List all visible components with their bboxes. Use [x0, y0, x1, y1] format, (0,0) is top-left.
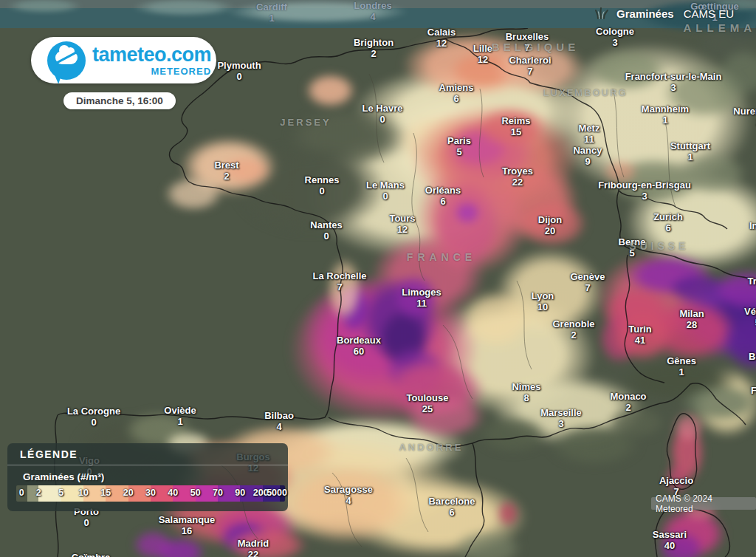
- city-label-turin: Turin41: [628, 324, 652, 346]
- city-label-grenoble: Grenoble2: [552, 318, 594, 341]
- city-label-zurich: Zurich6: [653, 211, 683, 233]
- city-label-brest: Brest2: [214, 160, 238, 182]
- city-label-nuremberg: Nuremberg2: [733, 106, 756, 128]
- legend-tick-0: 0: [19, 488, 24, 498]
- legend-tick-50: 50: [190, 488, 201, 498]
- region-label-andorre: ANDORRE: [399, 442, 464, 453]
- city-label-nantes: Nantes0: [310, 219, 342, 242]
- city-label-madrid: Madrid22: [238, 538, 269, 557]
- layer-label: Graminées: [616, 7, 674, 20]
- city-label-monaco: Monaco2: [610, 391, 646, 413]
- city-label-la-rochelle: La Rochelle7: [313, 270, 367, 293]
- city-label-nancy: Nancy9: [573, 145, 602, 167]
- legend-tick-40: 40: [168, 488, 178, 498]
- city-label-reims: Reims15: [501, 115, 530, 137]
- city-label-tours: Tours12: [389, 213, 415, 235]
- city-label-g-nes: Gênes1: [667, 355, 696, 377]
- legend-tick-30: 30: [145, 488, 156, 498]
- city-label-orl-ans: Orléans6: [425, 185, 461, 207]
- city-label-milan: Milan28: [679, 308, 704, 330]
- city-label-trente: Trente: [747, 276, 756, 287]
- source-label: CAMS EU: [684, 7, 734, 20]
- city-label-bologne: Bologne: [749, 351, 756, 362]
- city-label-la-corogne: La Corogne0: [67, 406, 120, 428]
- legend-tick-5000: 5000: [267, 488, 287, 498]
- legend-tick-15: 15: [100, 488, 111, 498]
- region-label-suisse: SUISSE: [629, 240, 689, 252]
- grass-icon: [594, 7, 611, 20]
- city-label-amiens: Amiens6: [439, 82, 474, 104]
- tameteo-logo-badge: tameteo.com METEORED: [31, 37, 216, 83]
- city-label-limoges: Limoges11: [402, 287, 441, 309]
- city-label-metz: Metz11: [579, 123, 600, 145]
- legend-color-scale: 02510152030405070902005000: [16, 485, 285, 502]
- city-label-florence: Florence: [751, 385, 756, 396]
- city-label-cologne: Cologne3: [596, 26, 634, 48]
- legend-tick-70: 70: [213, 488, 223, 498]
- pollen-blob: [493, 496, 523, 531]
- city-label-marseille: Marseille3: [540, 407, 582, 429]
- city-label-paris: Paris5: [447, 135, 471, 157]
- region-label-jersey: JERSEY: [280, 117, 331, 128]
- city-label-toulouse: Toulouse25: [407, 392, 449, 414]
- attribution-badge: CAMS © 2024 Meteored: [651, 497, 756, 510]
- pollen-map-canvas[interactable]: Cardiff1Londres4Gœttingue1Calais12Bruxel…: [0, 0, 756, 557]
- forecast-timestamp-badge: Dimanche 5, 16:00: [63, 92, 176, 109]
- city-label-dijon: Dijon20: [538, 214, 563, 236]
- legend-title: LÉGENDE: [20, 448, 78, 460]
- city-label-lille: Lille12: [473, 43, 492, 65]
- map-layer-header: Graminées CAMS EU: [594, 7, 734, 20]
- city-label-gen-ve: Genève7: [571, 271, 605, 293]
- region-label-belgique: BELGIQUE: [492, 41, 579, 53]
- city-label-brighton: Brighton2: [354, 37, 394, 59]
- pollen-blob: [448, 278, 544, 360]
- city-label-stuttgart: Stuttgart1: [670, 140, 710, 163]
- forecast-timestamp: Dimanche 5, 16:00: [76, 95, 163, 106]
- logo-subtext: METEORED: [92, 66, 211, 76]
- city-label-bordeaux: Bordeaux60: [337, 335, 381, 357]
- city-label-salamanque: Salamanque16: [159, 514, 216, 536]
- pollen-blob: [668, 407, 709, 448]
- city-label-le-havre: Le Havre0: [362, 103, 403, 125]
- region-label-allemagne: ALLEMAGNE: [684, 21, 756, 34]
- pollen-blob: [295, 66, 365, 115]
- city-label-troyes: Troyes22: [502, 165, 533, 188]
- city-label-rennes: Rennes0: [305, 174, 340, 197]
- city-label-co-mbra: Coïmbra: [72, 552, 111, 557]
- city-label-innsbruck: Innsbruck: [749, 220, 756, 231]
- city-label-n-mes: Nîmes8: [512, 381, 540, 403]
- city-label-saragosse: Saragosse4: [324, 484, 373, 506]
- legend-panel: LÉGENDE Graminées (#/m³) 025101520304050…: [7, 443, 288, 511]
- city-label-mannheim: Mannheim1: [642, 103, 689, 126]
- attribution-text: CAMS © 2024 Meteored: [656, 493, 752, 514]
- city-label-calais: Calais12: [427, 27, 456, 49]
- city-label-charleroi: Charleroi7: [509, 55, 551, 77]
- city-label-ovi-de: Oviède1: [164, 405, 196, 427]
- city-label-v-rone: Vérone57: [744, 306, 756, 328]
- legend-tick-10: 10: [78, 488, 89, 498]
- legend-tick-90: 90: [235, 488, 245, 498]
- legend-tick-5: 5: [58, 488, 63, 498]
- legend-divider: [7, 465, 288, 465]
- city-label-fribourg-en-brisgau: Fribourg-en-Brisgau3: [598, 180, 691, 202]
- region-label-luxembourg: LUXEMBOURG: [543, 87, 628, 98]
- city-label-lyon: Lyon10: [532, 290, 554, 312]
- city-label-bilbao: Bilbao4: [264, 410, 294, 432]
- city-label-le-mans: Le Mans0: [366, 180, 405, 202]
- city-label-sassari: Sassari40: [653, 529, 687, 551]
- city-label-cardiff: Cardiff1: [256, 1, 287, 24]
- city-label-plymouth: Plymouth0: [217, 60, 261, 82]
- city-label-barcelone: Barcelone6: [429, 496, 475, 518]
- city-label-londres: Londres4: [354, 0, 391, 22]
- legend-tick-20: 20: [123, 488, 134, 498]
- city-label-francfort-sur-le-main: Francfort-sur-le-Main3: [625, 71, 722, 93]
- region-label-france: FRANCE: [407, 251, 476, 263]
- legend-scale-label: Graminées (#/m³): [23, 471, 104, 482]
- logo-text: tameteo.com: [92, 45, 211, 65]
- tameteo-cloud-icon: [47, 41, 86, 80]
- legend-tick-2: 2: [36, 488, 41, 498]
